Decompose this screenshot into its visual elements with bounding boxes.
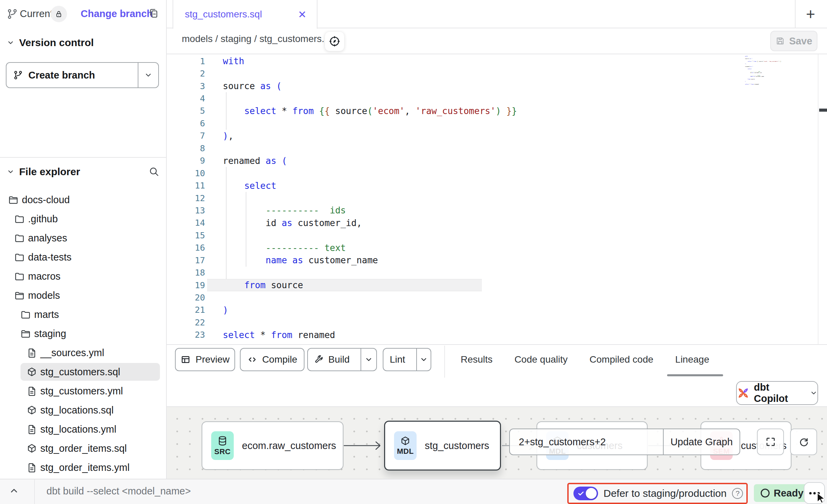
- file-tree-item[interactable]: stg_locations.sql: [0, 401, 166, 420]
- minimap[interactable]: withsource as ( select * from {{ source(…: [745, 56, 783, 86]
- build-main[interactable]: Build: [308, 349, 356, 370]
- code-line[interactable]: 3source as (: [167, 80, 827, 92]
- code-line[interactable]: 23select * from renamed: [167, 329, 827, 341]
- file-tree-item[interactable]: data-tests: [0, 248, 166, 267]
- tab-compiled-code[interactable]: Compiled code: [589, 354, 653, 365]
- file-tree-item[interactable]: macros: [0, 267, 166, 286]
- tab-results[interactable]: Results: [461, 354, 492, 365]
- line-number: 11: [167, 181, 205, 191]
- lineage-selector-input[interactable]: 2+stg_customers+2: [510, 429, 663, 454]
- collapse-panel-icon[interactable]: [9, 486, 19, 496]
- command-input[interactable]: dbt build --select <model_name>: [46, 486, 191, 497]
- line-number: 18: [167, 268, 205, 278]
- code-line[interactable]: 4: [167, 92, 827, 104]
- line-number: 15: [167, 230, 205, 240]
- create-branch-dropdown[interactable]: [138, 63, 158, 87]
- scrollbar-thumb[interactable]: [819, 109, 827, 112]
- build-button[interactable]: Build: [307, 348, 377, 371]
- code-line[interactable]: 17 name as customer_name: [167, 254, 827, 266]
- code-editor[interactable]: 1with23source as (45 select * from {{ so…: [167, 54, 827, 344]
- create-branch-button[interactable]: Create branch: [6, 62, 159, 88]
- compile-button[interactable]: Compile: [240, 348, 304, 371]
- status-circle-icon: [761, 489, 770, 498]
- code-line[interactable]: 19 from source: [167, 279, 827, 291]
- search-icon[interactable]: [148, 166, 159, 177]
- copy-icon[interactable]: [148, 8, 159, 19]
- folder-icon: [14, 233, 25, 243]
- line-number: 19: [167, 280, 205, 290]
- lint-button[interactable]: Lint: [383, 348, 431, 371]
- file-tree-item[interactable]: stg_order_items.sql: [0, 439, 166, 458]
- lineage-node[interactable]: MDLstg_customers: [384, 421, 501, 471]
- tab-stg-customers-sql[interactable]: stg_customers.sql ✕: [173, 0, 317, 29]
- code-line[interactable]: 13 ---------- ids: [167, 204, 827, 216]
- code-line[interactable]: 8: [167, 142, 827, 154]
- code-line[interactable]: 24: [167, 341, 827, 344]
- refresh-button[interactable]: [790, 429, 817, 455]
- code-line[interactable]: 22: [167, 316, 827, 328]
- update-graph-button[interactable]: Update Graph: [663, 429, 740, 454]
- tab-lineage[interactable]: Lineage: [675, 354, 709, 365]
- file-tree-item[interactable]: stg_customers.sql: [0, 362, 166, 381]
- preview-button[interactable]: Preview: [175, 348, 235, 371]
- code-line[interactable]: 15: [167, 229, 827, 241]
- save-label: Save: [789, 36, 812, 47]
- file-tree-item-label: stg_locations.yml: [40, 424, 116, 435]
- chevron-down-icon: [7, 168, 14, 176]
- code-line[interactable]: 16 ---------- text: [167, 242, 827, 254]
- code-line[interactable]: 14 id as customer_id,: [167, 217, 827, 229]
- line-number: 2: [167, 69, 205, 79]
- status-badge[interactable]: Ready: [754, 484, 810, 502]
- code-line[interactable]: 7),: [167, 130, 827, 142]
- file-tree-item[interactable]: stg_locations.yml: [0, 420, 166, 439]
- defer-toggle[interactable]: [573, 487, 598, 500]
- code-line[interactable]: 1with: [167, 55, 827, 67]
- lineage-canvas[interactable]: SRCecom.raw_customersMDLstg_customersMDL…: [167, 406, 827, 479]
- code-line[interactable]: 12: [167, 192, 827, 204]
- file-tree-item[interactable]: __sources.yml: [0, 343, 166, 362]
- lineage-node[interactable]: SRCecom.raw_customers: [202, 421, 343, 470]
- tab-code-quality[interactable]: Code quality: [514, 354, 568, 365]
- node-type-label: MDL: [397, 447, 414, 456]
- file-tree-item[interactable]: marts: [0, 305, 166, 324]
- file-tree-item[interactable]: models: [0, 286, 166, 305]
- code-line[interactable]: 2: [167, 67, 827, 80]
- save-button[interactable]: Save: [770, 31, 817, 51]
- lint-label: Lint: [390, 354, 405, 365]
- file-tree-item[interactable]: analyses: [0, 228, 166, 248]
- help-icon[interactable]: ?: [732, 488, 743, 499]
- code-line[interactable]: 11 select: [167, 179, 827, 192]
- code-line[interactable]: 5 select * from {{ source('ecom', 'raw_c…: [167, 105, 827, 117]
- version-control-section[interactable]: Version control: [0, 34, 166, 51]
- file-tree-item-label: models: [28, 290, 60, 301]
- build-dropdown[interactable]: [361, 349, 376, 370]
- lint-dropdown[interactable]: [416, 349, 431, 370]
- code-line[interactable]: 18: [167, 266, 827, 279]
- dbt-copilot-button[interactable]: dbt Copilot: [736, 381, 818, 405]
- new-tab-button[interactable]: +: [800, 3, 822, 25]
- fullscreen-button[interactable]: [757, 429, 784, 455]
- performance-gauge-button[interactable]: [325, 31, 344, 51]
- defer-callout-highlight: Defer to staging/production ?: [567, 483, 748, 504]
- line-number: 13: [167, 206, 205, 215]
- more-options-button[interactable]: [804, 482, 825, 504]
- close-tab-icon[interactable]: ✕: [298, 9, 307, 20]
- code-line[interactable]: 21): [167, 304, 827, 316]
- create-branch-main[interactable]: Create branch: [6, 63, 138, 87]
- line-number: 16: [167, 243, 205, 253]
- file-tree-item[interactable]: .github: [0, 209, 166, 228]
- code-line[interactable]: 9renamed as (: [167, 155, 827, 167]
- line-number: 14: [167, 218, 205, 228]
- code-icon: [247, 354, 257, 365]
- lint-main[interactable]: Lint: [383, 349, 411, 370]
- file-tree-item[interactable]: docs-cloud: [0, 190, 166, 209]
- file-tree-item[interactable]: stg_order_items.yml: [0, 458, 166, 477]
- file-tree-item[interactable]: staging: [0, 324, 166, 343]
- code-line[interactable]: 10: [167, 167, 827, 179]
- code-line[interactable]: 20: [167, 291, 827, 304]
- change-branch-link[interactable]: Change branch: [81, 8, 153, 19]
- file-explorer-section[interactable]: File explorer: [0, 163, 166, 181]
- code-line[interactable]: 6: [167, 117, 827, 129]
- folder-open-icon: [8, 195, 18, 205]
- file-tree-item[interactable]: stg_customers.yml: [0, 381, 166, 401]
